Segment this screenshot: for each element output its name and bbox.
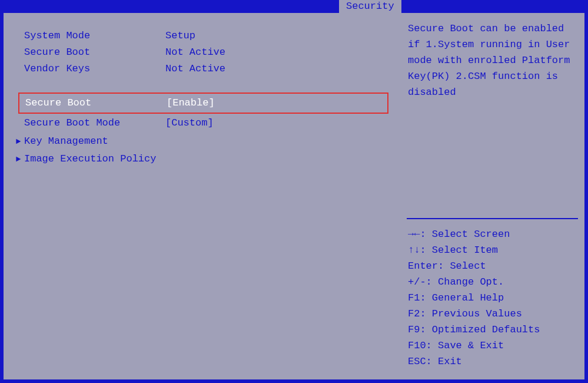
spacer — [16, 77, 391, 93]
triangle-right-icon: ► — [16, 133, 24, 150]
triangle-right-icon: ► — [16, 150, 24, 168]
tab-bar: Security — [4, 0, 584, 13]
keymap-general-help: F1: General Help — [408, 290, 577, 306]
system-mode-value: Setup — [165, 28, 391, 44]
main-frame: System Mode Setup Secure Boot Not Active… — [4, 13, 584, 379]
secure-boot-mode-label: Secure Boot Mode — [24, 114, 165, 133]
image-execution-policy-label: Image Execution Policy — [24, 150, 156, 168]
setting-secure-boot[interactable]: Secure Boot [Enable] — [18, 93, 388, 114]
tab-security[interactable]: Security — [339, 0, 401, 13]
bios-screen: Security System Mode Setup Secure Boot N… — [0, 0, 588, 383]
key-management-label: Key Management — [24, 133, 108, 150]
secure-boot-status-label: Secure Boot — [24, 44, 165, 61]
secure-boot-setting-value: [Enable] — [167, 94, 387, 113]
info-secure-boot: Secure Boot Not Active — [16, 44, 391, 61]
divider — [407, 218, 578, 219]
secure-boot-setting-label: Secure Boot — [25, 94, 167, 113]
system-mode-label: System Mode — [24, 28, 165, 44]
submenu-image-execution-policy[interactable]: ► Image Execution Policy — [16, 150, 391, 168]
keymap-section: →←: Select Screen ↑↓: Select Item Enter:… — [408, 207, 577, 372]
vendor-keys-value: Not Active — [165, 61, 391, 77]
info-vendor-keys: Vendor Keys Not Active — [16, 61, 391, 77]
setting-secure-boot-mode[interactable]: Secure Boot Mode [Custom] — [16, 114, 391, 133]
settings-panel: System Mode Setup Secure Boot Not Active… — [5, 15, 400, 378]
keymap-enter: Enter: Select — [408, 258, 577, 274]
keymap-previous-values: F2: Previous Values — [408, 306, 577, 322]
help-panel: Secure Boot can be enabled if 1.System r… — [398, 15, 583, 378]
keymap-select-screen: →←: Select Screen — [408, 226, 577, 242]
secure-boot-mode-value: [Custom] — [165, 114, 391, 133]
keymap-save-exit: F10: Save & Exit — [408, 338, 577, 354]
help-text: Secure Boot can be enabled if 1.System r… — [408, 21, 577, 100]
vendor-keys-label: Vendor Keys — [24, 61, 165, 77]
submenu-key-management[interactable]: ► Key Management — [16, 133, 391, 150]
keymap: →←: Select Screen ↑↓: Select Item Enter:… — [408, 226, 577, 369]
keymap-optimized-defaults: F9: Optimized Defaults — [408, 322, 577, 338]
info-system-mode: System Mode Setup — [16, 28, 391, 44]
secure-boot-status-value: Not Active — [165, 44, 391, 61]
keymap-change-opt: +/-: Change Opt. — [408, 274, 577, 290]
keymap-esc: ESC: Exit — [408, 354, 577, 369]
keymap-select-item: ↑↓: Select Item — [408, 242, 577, 258]
